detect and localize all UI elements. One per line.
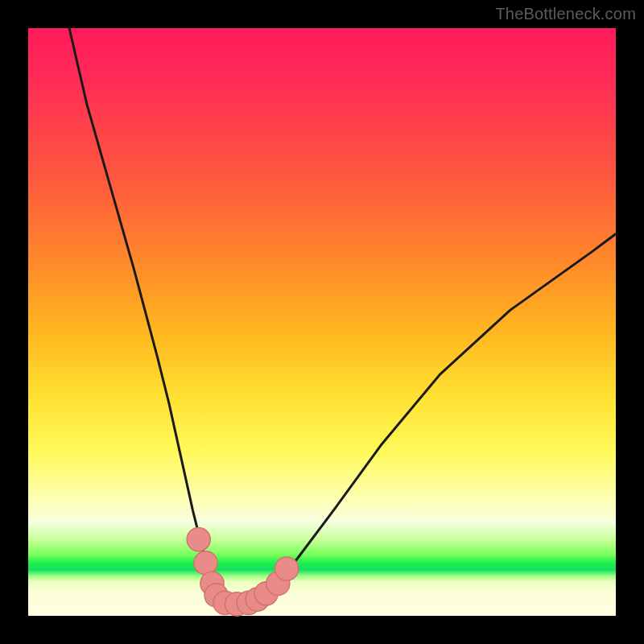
curve-marker [194,551,217,575]
watermark-text: TheBottleneck.com [495,5,636,23]
frame: TheBottleneck.com [0,0,644,644]
curve-markers [187,528,299,617]
curve-marker [275,557,299,580]
curve-marker [187,528,210,551]
chart-svg [28,28,616,616]
plot-area [28,28,616,616]
bottleneck-curve [69,28,616,604]
